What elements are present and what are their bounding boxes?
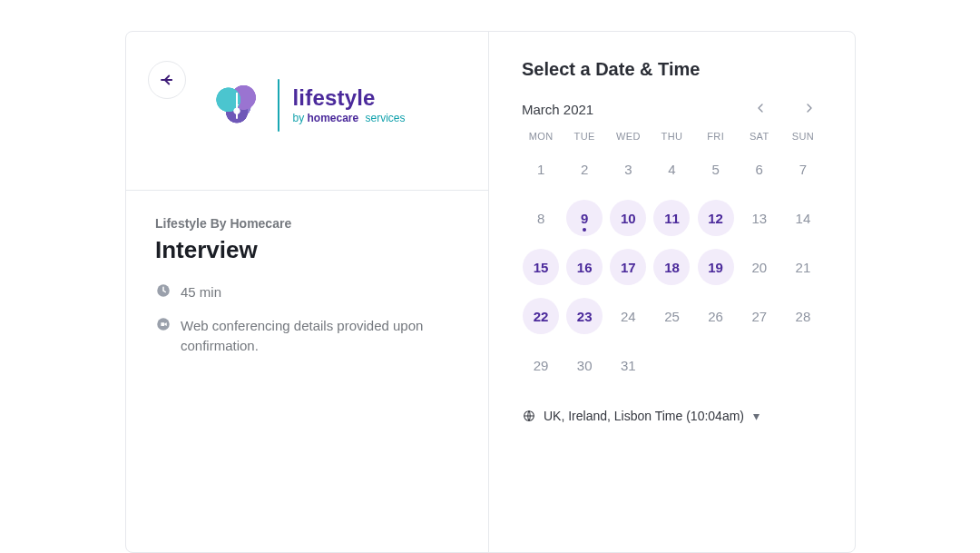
calendar-cell: 9: [565, 198, 603, 238]
calendar-day-disabled: 2: [566, 151, 603, 187]
dow-label: SUN: [784, 131, 822, 142]
company-name: Lifestyle By Homecare: [155, 216, 459, 231]
calendar-cell: 26: [697, 296, 735, 336]
calendar-day-available[interactable]: 19: [698, 249, 734, 285]
brand-word-sub: by homecare services: [292, 113, 405, 124]
scheduling-card: lifestyle by homecare services Lifestyle…: [125, 31, 856, 553]
calendar-cell: 20: [740, 247, 779, 287]
timezone-label: UK, Ireland, Lisbon Time (10:04am): [544, 409, 744, 423]
calendar-cell: 30: [565, 345, 603, 385]
calendar-day-disabled: 1: [523, 151, 559, 187]
calendar-day-available[interactable]: 16: [566, 249, 603, 285]
conferencing-row: Web conferencing details provided upon c…: [155, 316, 459, 357]
calendar-grid: 1234567891011121314151617181920212223242…: [522, 149, 822, 385]
brand: lifestyle by homecare services: [126, 77, 488, 133]
calendar-cell: 16: [565, 247, 603, 287]
calendar-cell: 5: [697, 149, 735, 189]
calendar-day-available[interactable]: 18: [653, 249, 690, 285]
calendar-cell-empty: [652, 345, 691, 385]
calendar-cell: 31: [609, 345, 647, 385]
calendar-day-available[interactable]: 17: [610, 249, 646, 285]
chevron-left-icon: [753, 101, 768, 115]
calendar-cell: 7: [784, 149, 822, 189]
select-title: Select a Date & Time: [522, 59, 822, 80]
calendar-cell: 21: [784, 247, 822, 287]
calendar-cell: 2: [565, 149, 603, 189]
calendar-day-disabled: 24: [610, 298, 646, 334]
calendar-day-disabled: 14: [785, 200, 821, 236]
calendar-day-disabled: 27: [741, 298, 778, 334]
calendar-day-available[interactable]: 10: [610, 200, 646, 236]
calendar-cell: 17: [609, 247, 647, 287]
video-icon: [155, 316, 172, 332]
calendar-header: March 2021: [522, 96, 822, 122]
dow-label: SAT: [740, 131, 779, 142]
clock-icon: [155, 282, 172, 299]
calendar-cell: 29: [522, 345, 560, 385]
calendar-cell: 28: [784, 296, 822, 336]
calendar-day-disabled: 29: [523, 347, 559, 383]
calendar-cell: 4: [652, 149, 691, 189]
caret-down-icon: ▾: [753, 409, 760, 423]
prev-month-button[interactable]: [748, 96, 773, 122]
calendar-cell-empty: [740, 345, 779, 385]
conferencing-text: Web conferencing details provided upon c…: [181, 316, 459, 357]
dow-label: WED: [609, 131, 647, 142]
calendar-cell: 8: [522, 198, 560, 238]
calendar-day-disabled: 7: [785, 151, 821, 187]
calendar-cell: 24: [609, 296, 647, 336]
calendar-day-disabled: 8: [523, 200, 559, 236]
calendar-day-available[interactable]: 23: [566, 298, 603, 334]
calendar-cell: 12: [697, 198, 735, 238]
dow-label: MON: [522, 131, 560, 142]
calendar-day-disabled: 20: [741, 249, 778, 285]
dow-label: FRI: [697, 131, 735, 142]
calendar-day-available[interactable]: 9: [566, 200, 603, 236]
timezone-picker[interactable]: UK, Ireland, Lisbon Time (10:04am) ▾: [522, 409, 822, 423]
duration-row: 45 min: [155, 282, 459, 303]
brand-divider: [278, 79, 279, 132]
chevron-right-icon: [802, 101, 817, 115]
calendar-cell: 22: [522, 296, 560, 336]
calendar-cell: 1: [522, 149, 560, 189]
calendar-day-disabled: 5: [698, 151, 734, 187]
calendar-cell-empty: [784, 345, 822, 385]
brand-word-main: lifestyle: [292, 86, 405, 109]
calendar-cell: 19: [697, 247, 735, 287]
calendar-day-disabled: 31: [610, 347, 646, 383]
month-label: March 2021: [522, 102, 593, 117]
calendar-cell-empty: [697, 345, 735, 385]
logo-area: lifestyle by homecare services: [126, 32, 488, 191]
calendar-cell: 23: [565, 296, 603, 336]
calendar-cell: 6: [740, 149, 779, 189]
calendar-cell: 15: [522, 247, 560, 287]
calendar-cell: 13: [740, 198, 779, 238]
calendar-cell: 27: [740, 296, 779, 336]
calendar-day-disabled: 3: [610, 151, 646, 187]
brand-mark-icon: [209, 77, 265, 133]
brand-wordmark: lifestyle by homecare services: [292, 86, 405, 124]
calendar-cell: 10: [609, 198, 647, 238]
calendar-day-disabled: 6: [741, 151, 778, 187]
next-month-button[interactable]: [797, 96, 822, 122]
globe-icon: [522, 409, 536, 423]
calendar-cell: 11: [652, 198, 691, 238]
calendar-day-disabled: 25: [653, 298, 690, 334]
event-details: Lifestyle By Homecare Interview 45 min W…: [126, 191, 488, 395]
duration-text: 45 min: [181, 282, 221, 303]
calendar-day-available[interactable]: 22: [523, 298, 559, 334]
calendar-day-available[interactable]: 15: [523, 249, 559, 285]
right-panel: Select a Date & Time March 2021 MONTUEWE…: [489, 32, 855, 552]
month-nav: [748, 96, 822, 122]
calendar-cell: 25: [652, 296, 691, 336]
calendar-cell: 3: [609, 149, 647, 189]
dow-label: TUE: [565, 131, 603, 142]
calendar-day-available[interactable]: 12: [698, 200, 734, 236]
left-panel: lifestyle by homecare services Lifestyle…: [126, 32, 489, 552]
calendar-cell: 14: [784, 198, 822, 238]
dow-label: THU: [652, 131, 691, 142]
calendar-day-available[interactable]: 11: [653, 200, 690, 236]
event-title: Interview: [155, 236, 459, 264]
day-of-week-row: MONTUEWEDTHUFRISATSUN: [522, 131, 822, 142]
calendar-day-disabled: 26: [698, 298, 734, 334]
